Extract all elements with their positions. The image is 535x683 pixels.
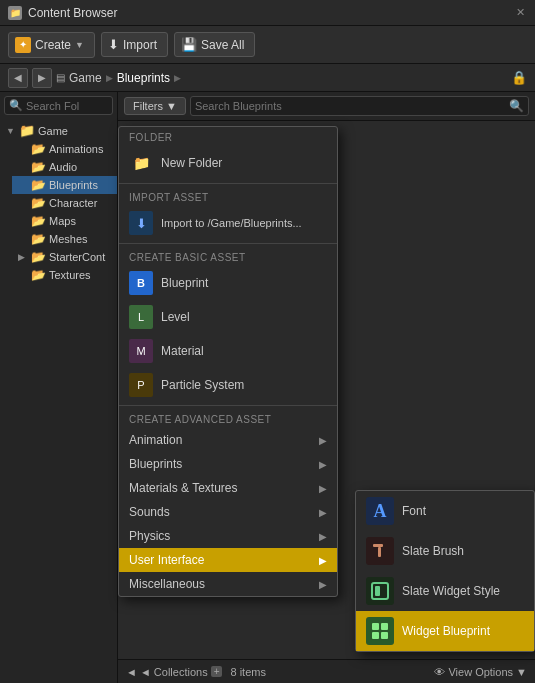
svg-rect-7 — [372, 632, 379, 639]
miscellaneous-item[interactable]: Miscellaneous ▶ — [119, 572, 337, 596]
right-toolbar: Filters ▼ 🔍 — [118, 92, 535, 121]
textures-folder-icon: 📂 — [31, 268, 46, 282]
search-folder-container: 🔍 — [4, 96, 113, 115]
blueprints-folder-icon: 📂 — [31, 178, 46, 192]
user-interface-submenu: A Font Slate Brush Slate Widget Style Wi… — [355, 490, 535, 652]
physics-item[interactable]: Physics ▶ — [119, 524, 337, 548]
content-browser-icon: 📁 — [8, 6, 22, 20]
sidebar-item-character[interactable]: 📂 Character — [12, 194, 117, 212]
item-count: 8 items — [230, 666, 265, 678]
search-folder-icon: 🔍 — [9, 99, 23, 112]
audio-folder-icon: 📂 — [31, 160, 46, 174]
materials-textures-item[interactable]: Materials & Textures ▶ — [119, 476, 337, 500]
view-options-button[interactable]: 👁 View Options ▼ — [434, 666, 527, 678]
path-icon: ▤ — [56, 72, 65, 83]
material-icon: M — [129, 339, 153, 363]
sidebar-item-blueprints[interactable]: 📂 Blueprints — [12, 176, 117, 194]
create-icon: ✦ — [15, 37, 31, 53]
status-bar: ◄ ◄ Collections + 8 items 👁 View Options… — [118, 659, 535, 683]
svg-rect-6 — [381, 623, 388, 630]
sounds-item[interactable]: Sounds ▶ — [119, 500, 337, 524]
svg-rect-2 — [378, 547, 381, 557]
search-icon: 🔍 — [509, 99, 524, 113]
sidebar-item-animations[interactable]: 📂 Animations — [12, 140, 117, 158]
toolbar: ✦ Create ▼ ⬇ Import 💾 Save All — [0, 26, 535, 64]
folder-section-label: Folder — [119, 127, 337, 146]
lock-icon: 🔒 — [511, 70, 527, 85]
sidebar-item-meshes[interactable]: 📂 Meshes — [12, 230, 117, 248]
meshes-folder-icon: 📂 — [31, 232, 46, 246]
particle-icon: P — [129, 373, 153, 397]
sidebar-item-maps[interactable]: 📂 Maps — [12, 212, 117, 230]
title-bar: 📁 Content Browser ✕ — [0, 0, 535, 26]
svg-rect-5 — [372, 623, 379, 630]
import-section-label: Import Asset — [119, 187, 337, 206]
blueprints-adv-item[interactable]: Blueprints ▶ — [119, 452, 337, 476]
save-icon: 💾 — [181, 37, 197, 52]
widget-blueprint-icon — [366, 617, 394, 645]
add-collection-button[interactable]: + — [211, 666, 223, 677]
back-button[interactable]: ◀ — [8, 68, 28, 88]
font-item[interactable]: A Font — [356, 491, 534, 531]
title-bar-label: Content Browser — [28, 6, 117, 20]
sidebar-item-textures[interactable]: 📂 Textures — [12, 266, 117, 284]
import-button[interactable]: ⬇ Import — [101, 32, 168, 57]
new-folder-icon: 📁 — [129, 151, 153, 175]
sidebar-item-startercont[interactable]: ▶ 📂 StarterCont — [12, 248, 117, 266]
startercont-folder-icon: 📂 — [31, 250, 46, 264]
svg-rect-4 — [375, 586, 380, 596]
new-folder-item[interactable]: 📁 New Folder — [119, 146, 337, 180]
create-basic-section-label: Create Basic Asset — [119, 247, 337, 266]
animations-folder-icon: 📂 — [31, 142, 46, 156]
slate-widget-style-item[interactable]: Slate Widget Style — [356, 571, 534, 611]
path-blueprints[interactable]: Blueprints — [117, 71, 170, 85]
svg-rect-1 — [373, 544, 383, 547]
font-icon: A — [366, 497, 394, 525]
close-button[interactable]: ✕ — [513, 6, 527, 20]
sidebar: 🔍 ▼ 📁 Game 📂 Animations — [0, 92, 118, 683]
import-to-blueprints-item[interactable]: ⬇ Import to /Game/Blueprints... — [119, 206, 337, 240]
import-icon: ⬇ — [108, 37, 119, 52]
character-folder-icon: 📂 — [31, 196, 46, 210]
user-interface-item[interactable]: User Interface ▶ — [119, 548, 337, 572]
view-icon: 👁 — [434, 666, 445, 678]
widget-blueprint-item[interactable]: Widget Blueprint — [356, 611, 534, 651]
collections-button[interactable]: ◄ ◄ Collections + — [126, 666, 222, 678]
slate-brush-icon — [366, 537, 394, 565]
sidebar-item-audio[interactable]: 📂 Audio — [12, 158, 117, 176]
sidebar-item-game[interactable]: ▼ 📁 Game — [0, 121, 117, 140]
import-icon: ⬇ — [129, 211, 153, 235]
svg-rect-8 — [381, 632, 388, 639]
blueprint-item[interactable]: B Blueprint — [119, 266, 337, 300]
create-advanced-section-label: Create Advanced Asset — [119, 409, 337, 428]
level-item[interactable]: L Level — [119, 300, 337, 334]
slate-brush-item[interactable]: Slate Brush — [356, 531, 534, 571]
path-bar: ◀ ▶ ▤ Game ▶ Blueprints ▶ 🔒 — [0, 64, 535, 92]
save-all-button[interactable]: 💾 Save All — [174, 32, 255, 57]
dropdown-menu: Folder 📁 New Folder Import Asset ⬇ Impor… — [118, 126, 338, 597]
folder-tree: ▼ 📁 Game 📂 Animations 📂 Audio — [0, 119, 117, 286]
particle-system-item[interactable]: P Particle System — [119, 368, 337, 402]
forward-button[interactable]: ▶ — [32, 68, 52, 88]
search-folder-input[interactable] — [26, 100, 108, 112]
path-game[interactable]: Game — [69, 71, 102, 85]
level-icon: L — [129, 305, 153, 329]
slate-widget-icon — [366, 577, 394, 605]
search-blueprints-container: 🔍 — [190, 96, 529, 116]
maps-folder-icon: 📂 — [31, 214, 46, 228]
animation-adv-item[interactable]: Animation ▶ — [119, 428, 337, 452]
material-item[interactable]: M Material — [119, 334, 337, 368]
create-button[interactable]: ✦ Create ▼ — [8, 32, 95, 58]
search-blueprints-input[interactable] — [195, 100, 509, 112]
filters-button[interactable]: Filters ▼ — [124, 97, 186, 115]
game-folder-icon: 📁 — [19, 123, 35, 138]
blueprint-icon: B — [129, 271, 153, 295]
